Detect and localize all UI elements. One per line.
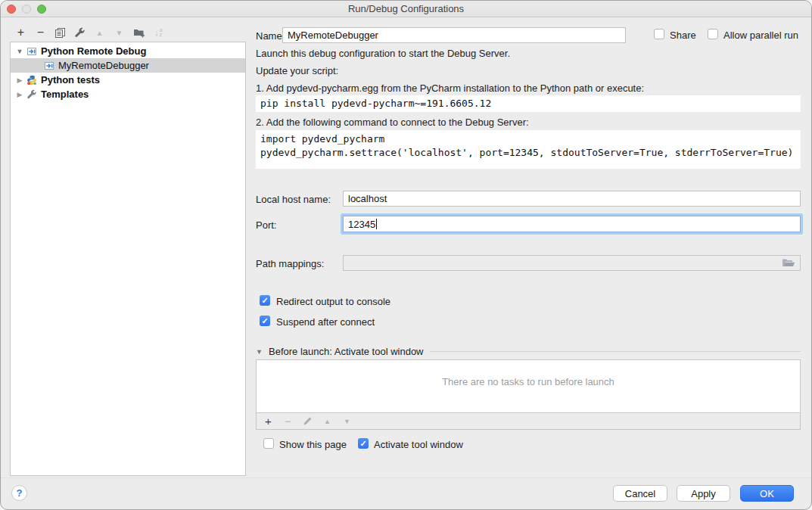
before-launch-task-list[interactable]: There are no tasks to run before launch … [256, 359, 801, 430]
tree-item-python-tests[interactable]: ▶ Python tests [11, 73, 245, 87]
cancel-button[interactable]: Cancel [613, 485, 667, 502]
new-folder-icon [133, 27, 145, 39]
show-this-page-label: Show this page [279, 439, 347, 450]
copy-icon [54, 27, 66, 39]
before-launch-header[interactable]: ▼ Before launch: Activate tool window [256, 346, 801, 357]
configurations-tree: ▼ Python Remote Debug ▶ MyRemoteDebugger… [10, 42, 246, 476]
code-line: import pydevd_pycharm [260, 132, 796, 146]
tree-item-label: MyRemoteDebugger [58, 60, 149, 71]
question-mark-icon: ? [17, 487, 23, 499]
suspend-after-connect-checkbox[interactable] [260, 316, 270, 326]
copy-configuration-button[interactable] [54, 26, 67, 39]
sort-configurations-button[interactable]: ↓ az [152, 26, 165, 39]
arrow-down-icon: ▼ [116, 29, 123, 37]
allow-parallel-run-checkbox[interactable] [708, 29, 718, 39]
step-1-text: 1. Add pydevd-pycharm.egg from the PyCha… [256, 82, 644, 94]
remove-task-button[interactable]: − [283, 416, 293, 426]
ok-button[interactable]: OK [740, 485, 794, 502]
arrow-down-icon: ▼ [344, 418, 350, 425]
path-mappings-label: Path mappings: [256, 258, 324, 269]
titlebar[interactable]: Run/Debug Configurations [1, 1, 811, 17]
code-line: pydevd_pycharm.settrace('localhost', por… [260, 146, 796, 160]
section-divider [430, 351, 801, 352]
path-mappings-input[interactable] [343, 255, 801, 271]
tree-item-label: Python tests [41, 74, 100, 86]
name-input[interactable] [282, 27, 626, 43]
pencil-icon [303, 416, 313, 426]
redirect-output-label: Redirect output to console [276, 296, 390, 307]
description-line-1: Launch this debug configuration to start… [256, 48, 510, 59]
browse-folder-icon[interactable] [782, 258, 795, 268]
edit-task-button[interactable] [303, 416, 313, 426]
add-task-button[interactable]: + [263, 416, 273, 426]
suspend-after-connect-label: Suspend after connect [276, 316, 375, 328]
port-input[interactable]: 12345 [343, 216, 801, 232]
port-label: Port: [256, 219, 276, 231]
name-label: Name: [256, 30, 285, 42]
minus-icon: − [37, 27, 44, 38]
share-checkbox[interactable] [654, 29, 664, 39]
arrow-up-icon: ▲ [96, 29, 104, 37]
settrace-code-block: import pydevd_pycharm pydevd_pycharm.set… [256, 130, 801, 169]
tree-item-myremotedebugger[interactable]: ▶ MyRemoteDebugger [11, 58, 245, 73]
window-title: Run/Debug Configurations [1, 3, 811, 14]
local-host-name-label: Local host name: [256, 194, 331, 205]
pip-install-code-block: pip install pydevd-pycharm~=191.6605.12 [256, 95, 801, 112]
move-task-down-button[interactable]: ▼ [342, 416, 352, 426]
local-host-name-input[interactable] [343, 191, 801, 207]
tree-item-label: Python Remote Debug [41, 45, 146, 57]
footer-divider [1, 477, 811, 478]
show-this-page-checkbox[interactable] [263, 438, 274, 449]
activate-tool-window-checkbox[interactable] [358, 438, 369, 449]
apply-button[interactable]: Apply [677, 485, 730, 502]
sort-alphabetically-icon: ↓ az [154, 28, 162, 37]
wrench-icon [74, 27, 86, 39]
expanded-caret-icon[interactable]: ▼ [256, 348, 266, 356]
activate-tool-window-label: Activate tool window [374, 439, 463, 450]
help-button[interactable]: ? [11, 485, 27, 501]
configurations-toolbar: + − ▲ ▼ ↓ az [14, 26, 165, 39]
run-debug-configurations-dialog: Run/Debug Configurations + − ▲ ▼ ↓ az ▼ [0, 0, 812, 510]
task-toolbar: + − ▲ ▼ [257, 412, 800, 429]
add-configuration-button[interactable]: + [14, 26, 27, 39]
tree-item-label: Templates [41, 89, 89, 100]
allow-parallel-run-label: Allow parallel run [723, 30, 798, 41]
arrow-up-icon: ▲ [324, 418, 331, 425]
move-down-button[interactable]: ▼ [113, 26, 126, 39]
plus-icon: + [265, 416, 272, 427]
step-2-text: 2. Add the following command to connect … [256, 117, 529, 128]
wrench-icon [26, 89, 38, 100]
remote-debug-icon [26, 45, 38, 57]
edit-defaults-button[interactable] [73, 26, 86, 39]
collapsed-caret-icon[interactable]: ▶ [15, 76, 24, 84]
python-tests-icon [26, 74, 38, 86]
remove-configuration-button[interactable]: − [34, 26, 47, 39]
move-task-up-button[interactable]: ▲ [322, 416, 332, 426]
expanded-caret-icon[interactable]: ▼ [15, 48, 24, 55]
plus-icon: + [17, 27, 24, 38]
empty-tasks-message: There are no tasks to run before launch [257, 376, 800, 387]
create-folder-button[interactable] [132, 26, 145, 39]
minus-icon: − [285, 417, 291, 426]
description-line-2: Update your script: [256, 65, 338, 76]
redirect-output-checkbox[interactable] [260, 295, 270, 306]
remote-debug-icon [44, 60, 55, 71]
port-value: 12345 [348, 219, 375, 230]
tree-item-python-remote-debug[interactable]: ▼ Python Remote Debug [11, 44, 245, 58]
share-label: Share [670, 30, 696, 41]
collapsed-caret-icon[interactable]: ▶ [15, 91, 24, 98]
before-launch-label: Before launch: Activate tool window [269, 346, 424, 357]
tree-item-templates[interactable]: ▶ Templates [11, 87, 245, 101]
text-cursor [376, 219, 377, 229]
move-up-button[interactable]: ▲ [93, 26, 106, 39]
